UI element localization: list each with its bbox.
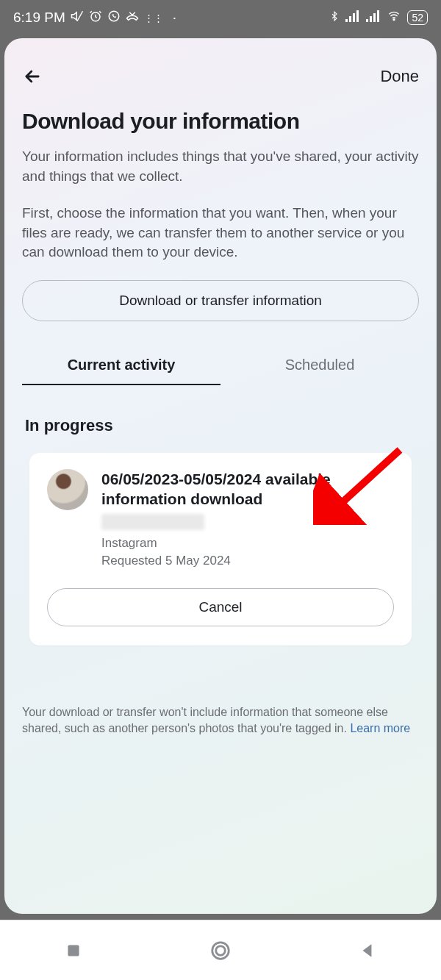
- status-right: 52: [329, 10, 428, 26]
- section-heading-in-progress: In progress: [25, 416, 419, 435]
- status-left: 6:19 PM ⋮⋮ ·: [13, 10, 176, 26]
- avatar: [47, 469, 88, 510]
- dot-icon: ·: [173, 10, 176, 26]
- download-card: 06/05/2023-05/05/2024 available informat…: [29, 453, 412, 645]
- misc-icon: ⋮⋮: [144, 12, 163, 24]
- card-title: 06/05/2023-05/05/2024 available informat…: [101, 469, 394, 509]
- whatsapp-icon: [107, 10, 121, 26]
- svg-rect-5: [353, 13, 355, 22]
- svg-rect-4: [349, 16, 351, 22]
- alarm-icon: [89, 10, 102, 26]
- svg-rect-13: [68, 945, 79, 956]
- card-username-redacted: [101, 514, 204, 530]
- svg-line-0: [77, 11, 83, 21]
- svg-rect-10: [377, 10, 379, 22]
- nav-back-button[interactable]: [353, 936, 382, 965]
- intro-paragraph-1: Your information includes things that yo…: [22, 147, 419, 186]
- svg-rect-3: [345, 19, 348, 22]
- mute-icon: [71, 10, 84, 26]
- wifi-icon: [387, 10, 401, 26]
- svg-rect-9: [373, 13, 376, 22]
- tabs: Current activity Scheduled: [22, 346, 419, 385]
- nav-recents-button[interactable]: [59, 936, 88, 965]
- signal-1-icon: [345, 10, 360, 26]
- bluetooth-icon: [329, 10, 340, 26]
- card-platform: Instagram: [101, 534, 394, 553]
- page-title: Download your information: [22, 109, 419, 134]
- done-button[interactable]: Done: [380, 67, 419, 86]
- svg-rect-7: [366, 19, 368, 22]
- status-bar: 6:19 PM ⋮⋮ · 52: [0, 0, 441, 35]
- status-time: 6:19 PM: [13, 10, 65, 26]
- header-row: Done: [22, 66, 419, 87]
- svg-point-14: [212, 942, 229, 959]
- card-requested-date: Requested 5 May 2024: [101, 552, 394, 571]
- tab-scheduled[interactable]: Scheduled: [220, 346, 419, 385]
- missed-call-icon: [126, 10, 139, 26]
- learn-more-link[interactable]: Learn more: [350, 722, 410, 734]
- svg-point-11: [393, 19, 395, 21]
- intro-paragraph-2: First, choose the information that you w…: [22, 204, 419, 262]
- footer-note: Your download or transfer won't include …: [22, 704, 419, 737]
- footer-text: Your download or transfer won't include …: [22, 706, 388, 734]
- battery-indicator: 52: [407, 10, 428, 25]
- app-panel: Done Download your information Your info…: [4, 38, 437, 914]
- cancel-button[interactable]: Cancel: [47, 588, 394, 626]
- system-nav-bar: [0, 920, 441, 980]
- nav-home-button[interactable]: [206, 936, 235, 965]
- svg-rect-8: [370, 16, 372, 22]
- download-transfer-button[interactable]: Download or transfer information: [22, 280, 419, 321]
- card-top: 06/05/2023-05/05/2024 available informat…: [47, 469, 394, 571]
- svg-point-15: [216, 945, 226, 955]
- tab-current-activity[interactable]: Current activity: [22, 346, 220, 385]
- svg-rect-6: [356, 10, 359, 22]
- back-button[interactable]: [22, 66, 43, 87]
- card-lines: 06/05/2023-05/05/2024 available informat…: [101, 469, 394, 571]
- signal-2-icon: [366, 10, 381, 26]
